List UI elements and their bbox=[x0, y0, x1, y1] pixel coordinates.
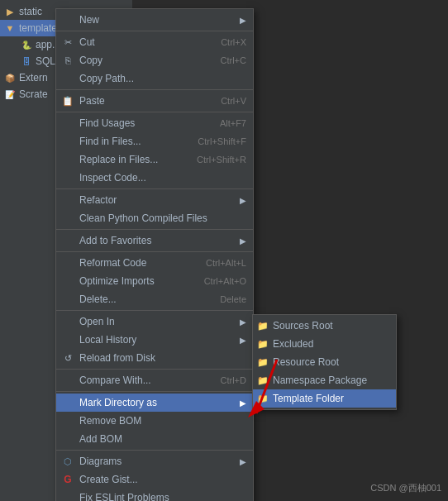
menu-item-add-favorites[interactable]: Add to Favorites ▶ bbox=[56, 231, 253, 250]
copy-icon: ⎘ bbox=[61, 54, 74, 67]
separator-6 bbox=[56, 251, 253, 252]
menu-item-diagrams[interactable]: ⬡ Diagrams ▶ bbox=[56, 452, 253, 470]
folder-open-icon: ▼ bbox=[3, 21, 17, 35]
menu-item-inspect-code[interactable]: Inspect Code... bbox=[56, 169, 253, 187]
separator-8 bbox=[56, 369, 253, 370]
separator-7 bbox=[56, 310, 253, 311]
namespace-pkg-icon: 📁 bbox=[256, 374, 269, 387]
menu-item-create-gist[interactable]: G Create Gist... bbox=[56, 470, 253, 489]
menu-item-label: Reload from Disk bbox=[79, 352, 155, 364]
shortcut-find-in-files: Ctrl+Shift+F bbox=[198, 136, 246, 146]
menu-item-copy[interactable]: ⎘ Copy Ctrl+C bbox=[56, 51, 253, 69]
separator-10 bbox=[56, 450, 253, 451]
paste-icon: 📋 bbox=[61, 94, 74, 107]
menu-item-label: Diagrams bbox=[79, 456, 122, 467]
menu-item-label: Open In bbox=[79, 316, 115, 327]
menu-item-label: Local History bbox=[79, 334, 136, 346]
submenu-item-label: Template Folder bbox=[273, 393, 344, 404]
template-folder-icon: 📁 bbox=[256, 392, 269, 405]
resource-root-icon: 📁 bbox=[256, 355, 269, 369]
scratch-icon: 📝 bbox=[3, 88, 17, 101]
excluded-icon: 📁 bbox=[256, 337, 269, 351]
menu-item-label: Delete... bbox=[79, 293, 117, 305]
menu-item-label: Find Usages bbox=[79, 117, 135, 129]
submenu-item-label: Resource Root bbox=[273, 356, 339, 368]
menu-item-replace-in-files[interactable]: Replace in Files... Ctrl+Shift+R bbox=[56, 150, 253, 169]
menu-item-mark-directory[interactable]: Mark Directory as ▶ bbox=[56, 394, 253, 412]
menu-item-label: Mark Directory as bbox=[79, 397, 157, 408]
submenu-item-namespace-package[interactable]: 📁 Namespace Package bbox=[253, 371, 396, 389]
submenu-arrow-open: ▶ bbox=[240, 317, 246, 327]
menu-item-find-in-files[interactable]: Find in Files... Ctrl+Shift+F bbox=[56, 132, 253, 150]
folder-icon: ▶ bbox=[3, 5, 17, 18]
shortcut-compare: Ctrl+D bbox=[221, 375, 246, 385]
submenu-arrow-favorites: ▶ bbox=[240, 236, 246, 246]
menu-item-compare[interactable]: Compare With... Ctrl+D bbox=[56, 371, 253, 389]
menu-item-label: Find in Files... bbox=[79, 136, 141, 147]
menu-item-label: Compare With... bbox=[79, 375, 151, 386]
submenu-arrow-mark: ▶ bbox=[240, 398, 246, 408]
submenu-arrow-refactor: ▶ bbox=[240, 196, 246, 205]
reload-icon: ↺ bbox=[61, 351, 74, 365]
menu-item-label: Copy bbox=[79, 55, 102, 66]
menu-item-new[interactable]: New ▶ bbox=[56, 11, 253, 29]
menu-item-label: Paste bbox=[79, 95, 105, 107]
shortcut-cut: Ctrl+X bbox=[221, 37, 246, 47]
db-icon: 🗄 bbox=[20, 55, 33, 68]
submenu-item-sources-root[interactable]: 📁 Sources Root bbox=[253, 317, 396, 335]
menu-item-open-in[interactable]: Open In ▶ bbox=[56, 313, 253, 331]
menu-item-label: Reformat Code bbox=[79, 257, 146, 269]
shortcut-delete: Delete bbox=[220, 294, 246, 304]
menu-item-find-usages[interactable]: Find Usages Alt+F7 bbox=[56, 114, 253, 132]
menu-item-label: Inspect Code... bbox=[79, 172, 146, 184]
menu-item-label: Refactor bbox=[79, 194, 117, 206]
menu-item-label: Replace in Files... bbox=[79, 154, 158, 165]
menu-item-delete[interactable]: Delete... Delete bbox=[56, 290, 253, 308]
menu-item-add-bom[interactable]: Add BOM bbox=[56, 430, 253, 448]
file-icon: 🐍 bbox=[20, 38, 33, 51]
menu-item-reformat[interactable]: Reformat Code Ctrl+Alt+L bbox=[56, 254, 253, 272]
gist-icon: G bbox=[61, 473, 74, 486]
tree-item-label: static bbox=[19, 6, 42, 17]
submenu-item-label: Excluded bbox=[273, 338, 313, 350]
shortcut-reformat: Ctrl+Alt+L bbox=[206, 258, 246, 268]
menu-item-label: Add to Favorites bbox=[79, 235, 151, 246]
sources-root-icon: 📁 bbox=[256, 319, 269, 332]
submenu-item-excluded[interactable]: 📁 Excluded bbox=[253, 335, 396, 353]
menu-item-label: New bbox=[79, 14, 99, 26]
context-menu: New ▶ ✂ Cut Ctrl+X ⎘ Copy Ctrl+C Copy Pa… bbox=[55, 8, 254, 501]
cut-icon: ✂ bbox=[61, 36, 74, 49]
submenu-arrow: ▶ bbox=[240, 16, 246, 25]
separator-4 bbox=[56, 188, 253, 189]
submenu-arrow-diagrams: ▶ bbox=[240, 457, 246, 466]
separator-1 bbox=[56, 31, 253, 31]
menu-item-optimize-imports[interactable]: Optimize Imports Ctrl+Alt+O bbox=[56, 272, 253, 290]
separator-2 bbox=[56, 89, 253, 90]
shortcut-copy: Ctrl+C bbox=[221, 55, 246, 65]
menu-item-refactor[interactable]: Refactor ▶ bbox=[56, 191, 253, 209]
menu-item-label: Fix ESLint Problems bbox=[79, 492, 169, 501]
menu-item-cut[interactable]: ✂ Cut Ctrl+X bbox=[56, 33, 253, 51]
menu-item-label: Clean Python Compiled Files bbox=[79, 212, 207, 224]
shortcut-replace: Ctrl+Shift+R bbox=[197, 155, 246, 165]
submenu-item-resource-root[interactable]: 📁 Resource Root bbox=[253, 353, 396, 371]
shortcut-optimize: Ctrl+Alt+O bbox=[204, 276, 246, 286]
separator-9 bbox=[56, 391, 253, 392]
menu-item-fix-eslint[interactable]: Fix ESLint Problems bbox=[56, 489, 253, 501]
menu-item-paste[interactable]: 📋 Paste Ctrl+V bbox=[56, 92, 253, 110]
submenu-item-label: Sources Root bbox=[273, 320, 333, 332]
shortcut-find-usages: Alt+F7 bbox=[220, 118, 246, 128]
menu-item-label: Cut bbox=[79, 36, 95, 48]
menu-item-copy-path[interactable]: Copy Path... bbox=[56, 69, 253, 88]
menu-item-remove-bom[interactable]: Remove BOM bbox=[56, 412, 253, 430]
menu-item-clean-python[interactable]: Clean Python Compiled Files bbox=[56, 209, 253, 227]
menu-item-reload[interactable]: ↺ Reload from Disk bbox=[56, 349, 253, 367]
menu-item-label: Copy Path... bbox=[79, 73, 134, 84]
menu-item-local-history[interactable]: Local History ▶ bbox=[56, 331, 253, 349]
diagrams-icon: ⬡ bbox=[61, 455, 74, 468]
menu-item-label: Create Gist... bbox=[79, 474, 138, 485]
menu-item-label: Optimize Imports bbox=[79, 275, 155, 287]
tree-item-label: Scrate bbox=[19, 88, 48, 100]
tree-item-label: Extern bbox=[19, 72, 48, 84]
submenu-item-template-folder[interactable]: 📁 Template Folder bbox=[253, 389, 396, 408]
